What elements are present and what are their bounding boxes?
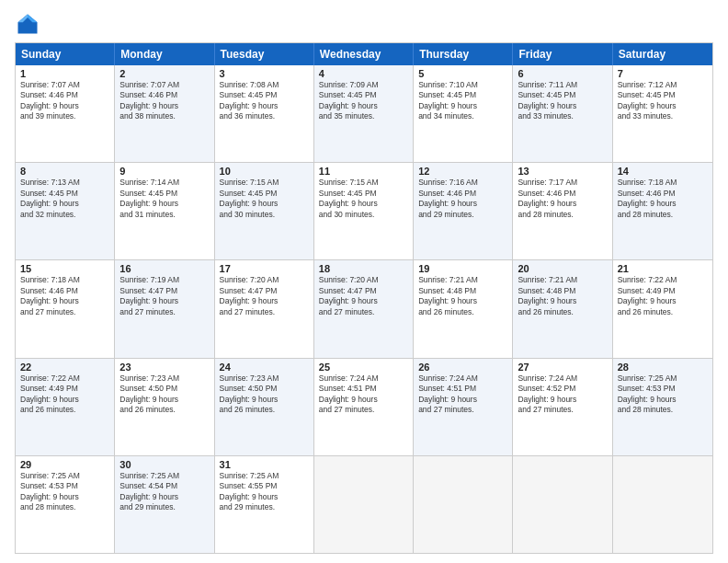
calendar-cell: [513, 456, 612, 553]
cell-details: Sunrise: 7:19 AM Sunset: 4:47 PM Dayligh…: [119, 275, 209, 317]
cell-details: Sunrise: 7:07 AM Sunset: 4:46 PM Dayligh…: [119, 80, 209, 122]
page: SundayMondayTuesdayWednesdayThursdayFrid…: [0, 0, 728, 563]
calendar-cell: 13Sunrise: 7:17 AM Sunset: 4:46 PM Dayli…: [513, 163, 612, 259]
calendar-row: 1Sunrise: 7:07 AM Sunset: 4:46 PM Daylig…: [16, 65, 712, 162]
day-number: 28: [618, 362, 708, 373]
day-number: 15: [20, 263, 109, 274]
calendar-header: SundayMondayTuesdayWednesdayThursdayFrid…: [16, 43, 712, 65]
day-number: 2: [119, 68, 209, 79]
cell-details: Sunrise: 7:21 AM Sunset: 4:48 PM Dayligh…: [418, 275, 507, 317]
calendar-cell: 23Sunrise: 7:23 AM Sunset: 4:50 PM Dayli…: [115, 359, 214, 455]
cell-details: Sunrise: 7:20 AM Sunset: 4:47 PM Dayligh…: [319, 275, 408, 317]
cell-details: Sunrise: 7:18 AM Sunset: 4:46 PM Dayligh…: [20, 275, 109, 317]
cell-details: Sunrise: 7:07 AM Sunset: 4:46 PM Dayligh…: [20, 80, 109, 122]
cell-details: Sunrise: 7:12 AM Sunset: 4:45 PM Dayligh…: [618, 80, 708, 122]
calendar-row: 8Sunrise: 7:13 AM Sunset: 4:45 PM Daylig…: [16, 162, 712, 259]
day-number: 18: [319, 263, 408, 274]
day-number: 23: [119, 362, 209, 373]
day-number: 30: [119, 459, 209, 470]
day-number: 26: [418, 362, 507, 373]
cell-details: Sunrise: 7:22 AM Sunset: 4:49 PM Dayligh…: [20, 373, 109, 416]
calendar-cell: 31Sunrise: 7:25 AM Sunset: 4:55 PM Dayli…: [215, 456, 314, 553]
cal-header-cell: Tuesday: [215, 43, 314, 65]
cal-header-cell: Sunday: [16, 43, 115, 65]
cell-details: Sunrise: 7:24 AM Sunset: 4:52 PM Dayligh…: [518, 373, 607, 416]
cell-details: Sunrise: 7:14 AM Sunset: 4:45 PM Dayligh…: [119, 178, 209, 220]
calendar-cell: [414, 456, 513, 553]
logo-icon: [15, 11, 40, 37]
calendar-cell: 4Sunrise: 7:09 AM Sunset: 4:45 PM Daylig…: [314, 65, 414, 162]
calendar-cell: 8Sunrise: 7:13 AM Sunset: 4:45 PM Daylig…: [16, 163, 115, 259]
day-number: 22: [20, 362, 109, 373]
calendar-cell: 6Sunrise: 7:11 AM Sunset: 4:45 PM Daylig…: [513, 65, 612, 162]
day-number: 1: [20, 68, 109, 79]
cal-header-cell: Wednesday: [314, 43, 414, 65]
calendar-cell: 20Sunrise: 7:21 AM Sunset: 4:48 PM Dayli…: [513, 260, 612, 357]
day-number: 21: [618, 263, 708, 274]
calendar-cell: 19Sunrise: 7:21 AM Sunset: 4:48 PM Dayli…: [414, 260, 513, 357]
cal-header-cell: Monday: [115, 43, 214, 65]
cell-details: Sunrise: 7:18 AM Sunset: 4:46 PM Dayligh…: [618, 178, 708, 220]
cell-details: Sunrise: 7:25 AM Sunset: 4:53 PM Dayligh…: [20, 471, 109, 513]
cell-details: Sunrise: 7:10 AM Sunset: 4:45 PM Dayligh…: [418, 80, 507, 122]
day-number: 12: [418, 166, 507, 177]
calendar-cell: 25Sunrise: 7:24 AM Sunset: 4:51 PM Dayli…: [314, 359, 414, 455]
day-number: 31: [220, 459, 309, 470]
cell-details: Sunrise: 7:24 AM Sunset: 4:51 PM Dayligh…: [319, 373, 408, 416]
day-number: 25: [319, 362, 408, 373]
calendar-cell: 21Sunrise: 7:22 AM Sunset: 4:49 PM Dayli…: [613, 260, 712, 357]
day-number: 6: [518, 68, 607, 79]
calendar-row: 29Sunrise: 7:25 AM Sunset: 4:53 PM Dayli…: [16, 455, 712, 553]
day-number: 14: [618, 166, 708, 177]
calendar-cell: 22Sunrise: 7:22 AM Sunset: 4:49 PM Dayli…: [16, 359, 115, 455]
cell-details: Sunrise: 7:22 AM Sunset: 4:49 PM Dayligh…: [618, 275, 708, 317]
calendar-cell: [613, 456, 712, 553]
cell-details: Sunrise: 7:25 AM Sunset: 4:55 PM Dayligh…: [220, 471, 309, 513]
cell-details: Sunrise: 7:09 AM Sunset: 4:45 PM Dayligh…: [319, 80, 408, 122]
calendar-cell: 24Sunrise: 7:23 AM Sunset: 4:50 PM Dayli…: [215, 359, 314, 455]
calendar-cell: 15Sunrise: 7:18 AM Sunset: 4:46 PM Dayli…: [16, 260, 115, 357]
day-number: 8: [20, 166, 109, 177]
day-number: 29: [20, 459, 109, 470]
cell-details: Sunrise: 7:13 AM Sunset: 4:45 PM Dayligh…: [20, 178, 109, 220]
calendar-cell: 2Sunrise: 7:07 AM Sunset: 4:46 PM Daylig…: [115, 65, 214, 162]
cell-details: Sunrise: 7:15 AM Sunset: 4:45 PM Dayligh…: [220, 178, 309, 220]
cell-details: Sunrise: 7:16 AM Sunset: 4:46 PM Dayligh…: [418, 178, 507, 220]
calendar-cell: 3Sunrise: 7:08 AM Sunset: 4:45 PM Daylig…: [215, 65, 314, 162]
cell-details: Sunrise: 7:21 AM Sunset: 4:48 PM Dayligh…: [518, 275, 607, 317]
calendar-cell: 27Sunrise: 7:24 AM Sunset: 4:52 PM Dayli…: [513, 359, 612, 455]
day-number: 7: [618, 68, 708, 79]
calendar-cell: 30Sunrise: 7:25 AM Sunset: 4:54 PM Dayli…: [115, 456, 214, 553]
calendar: SundayMondayTuesdayWednesdayThursdayFrid…: [15, 42, 713, 554]
day-number: 3: [220, 68, 309, 79]
calendar-cell: 28Sunrise: 7:25 AM Sunset: 4:53 PM Dayli…: [613, 359, 712, 455]
day-number: 13: [518, 166, 607, 177]
day-number: 4: [319, 68, 408, 79]
calendar-cell: 18Sunrise: 7:20 AM Sunset: 4:47 PM Dayli…: [314, 260, 414, 357]
calendar-cell: 1Sunrise: 7:07 AM Sunset: 4:46 PM Daylig…: [16, 65, 115, 162]
day-number: 24: [220, 362, 309, 373]
calendar-cell: 7Sunrise: 7:12 AM Sunset: 4:45 PM Daylig…: [613, 65, 712, 162]
cell-details: Sunrise: 7:23 AM Sunset: 4:50 PM Dayligh…: [220, 373, 309, 416]
day-number: 9: [119, 166, 209, 177]
calendar-cell: 5Sunrise: 7:10 AM Sunset: 4:45 PM Daylig…: [414, 65, 513, 162]
calendar-cell: 12Sunrise: 7:16 AM Sunset: 4:46 PM Dayli…: [414, 163, 513, 259]
cell-details: Sunrise: 7:23 AM Sunset: 4:50 PM Dayligh…: [119, 373, 209, 416]
day-number: 17: [220, 263, 309, 274]
calendar-cell: 29Sunrise: 7:25 AM Sunset: 4:53 PM Dayli…: [16, 456, 115, 553]
cell-details: Sunrise: 7:15 AM Sunset: 4:45 PM Dayligh…: [319, 178, 408, 220]
calendar-cell: 16Sunrise: 7:19 AM Sunset: 4:47 PM Dayli…: [115, 260, 214, 357]
calendar-cell: 9Sunrise: 7:14 AM Sunset: 4:45 PM Daylig…: [115, 163, 214, 259]
cell-details: Sunrise: 7:17 AM Sunset: 4:46 PM Dayligh…: [518, 178, 607, 220]
logo: [15, 11, 44, 37]
cell-details: Sunrise: 7:25 AM Sunset: 4:54 PM Dayligh…: [119, 471, 209, 513]
header: [15, 11, 713, 37]
day-number: 10: [220, 166, 309, 177]
day-number: 27: [518, 362, 607, 373]
calendar-cell: 17Sunrise: 7:20 AM Sunset: 4:47 PM Dayli…: [215, 260, 314, 357]
cell-details: Sunrise: 7:24 AM Sunset: 4:51 PM Dayligh…: [418, 373, 507, 416]
day-number: 19: [418, 263, 507, 274]
cal-header-cell: Thursday: [414, 43, 513, 65]
calendar-cell: 14Sunrise: 7:18 AM Sunset: 4:46 PM Dayli…: [613, 163, 712, 259]
calendar-row: 22Sunrise: 7:22 AM Sunset: 4:49 PM Dayli…: [16, 358, 712, 455]
